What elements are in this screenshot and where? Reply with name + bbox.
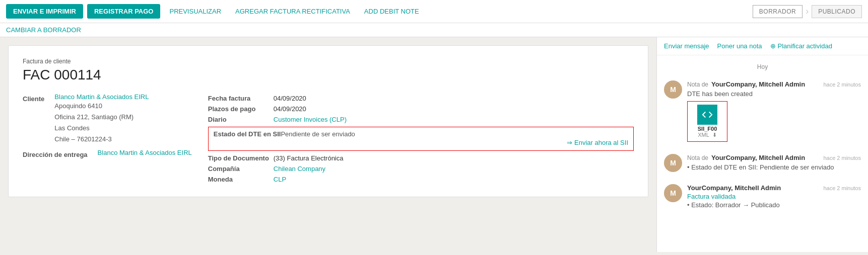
attachment-type: XML [698,132,709,138]
cambiar-borrador-button[interactable]: CAMBIAR A BORRADOR [6,26,81,34]
direccion-label: Dirección de entrega [23,149,92,160]
address-line3: Las Condes [54,123,149,134]
secondary-toolbar: CAMBIAR A BORRADOR [0,23,868,37]
agregar-factura-button[interactable]: AGREGAR FACTURA RECTIFICATIVA [230,4,355,19]
planificar-icon: ⊕ [770,42,776,50]
sidebar-header: Enviar mensaje Poner una nota ⊕ Planific… [657,37,868,55]
msg-validated-3: Factura validada [687,193,861,200]
msg-note-prefix-1: Nota de [687,81,708,88]
fecha-factura-value: 04/09/2020 [274,95,306,102]
xml-file-icon [697,105,717,125]
address-line2: Oficina 212, Santiago (RM) [54,112,149,123]
day-label: Hoy [657,59,868,76]
msg-content-2: Nota de YourCompany, Mitchell Admin hace… [687,154,861,173]
plazos-pago-row: Plazos de pago 04/09/2020 [208,104,634,114]
plazos-pago-value: 04/09/2020 [274,105,306,113]
cliente-value[interactable]: Blanco Martin & Asociados EIRL [54,93,149,101]
msg-author-1: YourCompany, Mitchell Admin [711,80,805,88]
dte-status-box: Estado del DTE en SII Pendiente de ser e… [208,127,634,151]
msg-content-3: YourCompany, Mitchell Admin hace 2 minut… [687,184,861,210]
enviar-imprimir-button[interactable]: ENVIAR E IMPRIMIR [6,4,83,19]
cliente-label: Cliente [23,93,48,145]
msg-bullet-2: Estado del DTE en SII: Pendiente de ser … [687,162,861,173]
message-2: M Nota de YourCompany, Mitchell Admin ha… [657,150,868,177]
invoice-form-card: Factura de cliente FAC 000114 Cliente Bl… [8,45,648,197]
message-3: M YourCompany, Mitchell Admin hace 2 min… [657,180,868,214]
main-layout: Factura de cliente FAC 000114 Cliente Bl… [0,37,868,252]
msg-text-1: DTE has been created [687,89,861,99]
enviar-sii-link[interactable]: ⇒ Enviar ahora al SII [279,138,628,147]
diario-value[interactable]: Customer Invoices (CLP) [274,116,347,123]
content-area: Factura de cliente FAC 000114 Cliente Bl… [0,37,656,252]
enviar-mensaje-button[interactable]: Enviar mensaje [664,42,709,50]
estado-dte-label: Estado del DTE en SII [214,130,281,138]
avatar-3: M [664,184,682,202]
address-line1: Apoquindo 6410 [54,101,149,112]
compania-value[interactable]: Chilean Company [274,165,325,173]
msg-header-2: Nota de YourCompany, Mitchell Admin hace… [687,154,861,161]
planificar-label: Planificar actividad [778,42,832,50]
attachment-footer: XML ⬇ [698,132,717,138]
msg-header-1: Nota de YourCompany, Mitchell Admin hace… [687,80,861,88]
main-toolbar: ENVIAR E IMPRIMIR REGISTRAR PAGO PREVISU… [0,0,868,23]
attachment-filename: SII_F00 [698,126,717,132]
msg-time-1: hace 2 minutos [823,81,861,88]
compania-row: Compañía Chilean Company [208,163,634,174]
diario-label: Diario [208,116,274,123]
msg-time-3: hace 2 minutos [823,185,861,191]
message-1: M Nota de YourCompany, Mitchell Admin ha… [657,76,868,146]
download-icon[interactable]: ⬇ [712,132,717,138]
msg-note-prefix-2: Nota de [687,154,708,161]
tipo-doc-value: (33) Factura Electrónica [274,154,344,162]
moneda-label: Moneda [208,176,274,183]
dte-status-row: Estado del DTE en SII Pendiente de ser e… [214,130,628,138]
fecha-factura-row: Fecha factura 04/09/2020 [208,93,634,104]
factura-number: FAC 000114 [23,67,634,83]
fecha-factura-label: Fecha factura [208,95,274,102]
moneda-row: Moneda CLP [208,174,634,185]
add-debit-note-button[interactable]: ADD DEBIT NOTE [359,4,424,19]
estado-dte-value: Pendiente de ser enviado [281,130,355,138]
borrador-badge: BORRADOR [753,5,803,18]
diario-row: Diario Customer Invoices (CLP) [208,114,634,125]
msg-bullet-3: Estado: Borrador → Publicado [687,200,861,210]
status-area: BORRADOR › PUBLICADO [753,5,862,18]
tipo-doc-row: Tipo de Documento (33) Factura Electróni… [208,153,634,163]
sidebar-messages: Hoy M Nota de YourCompany, Mitchell Admi… [657,55,868,252]
tipo-doc-label: Tipo de Documento [208,154,274,162]
direccion-value[interactable]: Blanco Martin & Asociados EIRL [98,149,192,156]
msg-author-2: YourCompany, Mitchell Admin [711,154,805,161]
avatar-1: M [664,80,682,99]
factura-tipo-label: Factura de cliente [23,58,634,65]
status-arrow-icon: › [806,6,809,17]
planificar-actividad-button[interactable]: ⊕ Planificar actividad [770,42,832,50]
address-line4: Chile – 76201224-3 [54,134,149,145]
compania-label: Compañía [208,165,274,173]
registrar-pago-button[interactable]: REGISTRAR PAGO [87,4,161,19]
attachment-box[interactable]: SII_F00 XML ⬇ [687,101,727,142]
previsualizar-button[interactable]: PREVISUALIZAR [164,4,226,19]
msg-author-3: YourCompany, Mitchell Admin [687,184,781,192]
msg-time-2: hace 2 minutos [823,155,861,161]
moneda-value[interactable]: CLP [274,176,286,183]
plazos-pago-label: Plazos de pago [208,105,274,113]
right-sidebar: Enviar mensaje Poner una nota ⊕ Planific… [656,37,868,252]
poner-nota-button[interactable]: Poner una nota [717,42,762,50]
msg-content-1: Nota de YourCompany, Mitchell Admin hace… [687,80,861,142]
avatar-2: M [664,154,682,172]
msg-header-3: YourCompany, Mitchell Admin hace 2 minut… [687,184,861,192]
publicado-badge: PUBLICADO [812,5,862,18]
